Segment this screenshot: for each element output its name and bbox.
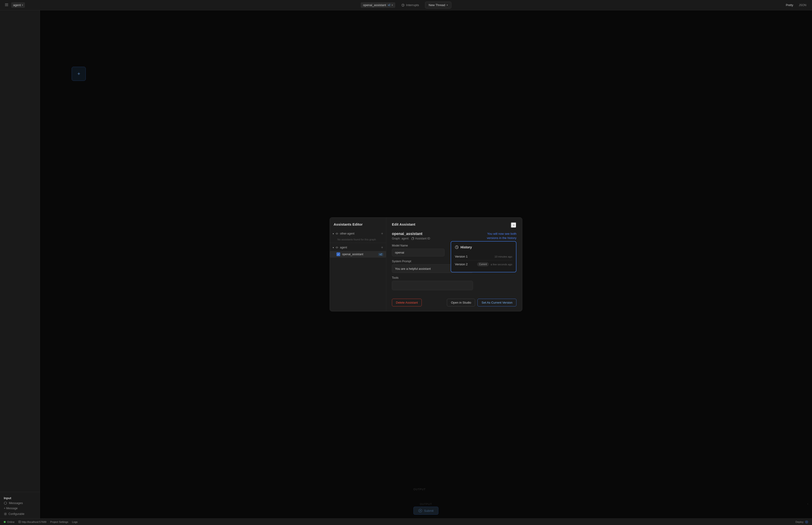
model-name-select[interactable]: openai — [392, 249, 445, 256]
sidebar-toggle-button[interactable] — [4, 2, 10, 8]
modal-footer: Delete Assistant Open in Studio Set As C… — [392, 295, 517, 306]
version2-label: Version 2 — [455, 262, 468, 266]
footer-right: Open in Studio Set As Current Version — [447, 299, 517, 306]
tools-input[interactable] — [392, 281, 473, 290]
tools-label: Tools — [392, 276, 517, 280]
version1-time: 10 minutes ago — [494, 255, 512, 258]
deploy-button[interactable]: Deploy — [796, 520, 808, 524]
openai-assistant-item[interactable]: ✓ openai_assistant v2 — [330, 251, 386, 258]
topbar: agent ▾ openai_assistant v2 ▾ Interrupts… — [0, 0, 812, 10]
svg-point-6 — [5, 513, 6, 515]
svg-point-13 — [806, 522, 807, 522]
main-content: Input Messages + Message Configurable — [0, 10, 812, 519]
assistant-check-icon: ✓ — [336, 252, 340, 256]
assistant-item-version: v2 — [378, 253, 383, 256]
add-message-label: + Message — [4, 507, 18, 510]
other-agent-add-button[interactable]: + — [381, 231, 383, 236]
agent-add-button[interactable]: + — [381, 245, 383, 250]
delete-assistant-button[interactable]: Delete Assistant — [392, 299, 422, 306]
configurable-label: Configurable — [9, 512, 25, 515]
assistant-id-label: Assistant ID — [415, 237, 430, 240]
deploy-label: Deploy — [796, 521, 803, 523]
open-in-studio-button[interactable]: Open in Studio — [447, 299, 475, 306]
history-tooltip-line1: You will now see both — [487, 232, 517, 236]
tools-group: Tools — [392, 276, 517, 290]
online-label: Online — [7, 521, 15, 523]
project-settings-link[interactable]: Project Settings — [50, 521, 68, 523]
topbar-right: Pretty JSON — [784, 3, 808, 8]
svg-rect-2 — [5, 6, 8, 6]
online-dot-icon — [4, 521, 6, 523]
modal-overlay: Assistants Editor ▾ other-agent + — [40, 10, 812, 519]
messages-icon — [4, 501, 7, 505]
localhost-url[interactable]: http://localhost:57689 — [18, 521, 47, 523]
add-message-button[interactable]: + Message — [4, 507, 36, 510]
history-panel: History Version 1 10 minutes ago Version… — [451, 241, 517, 272]
other-agent-group: ▾ other-agent + No assistants found for … — [330, 230, 386, 242]
online-status: Online — [4, 521, 15, 523]
chevron-down-icon: ▾ — [333, 232, 334, 235]
url-label: http://localhost:57689 — [22, 521, 47, 523]
configurable-button[interactable]: Configurable — [4, 512, 36, 515]
interrupts-button[interactable]: Interrupts — [399, 2, 421, 8]
assistant-item-name: openai_assistant — [342, 253, 377, 256]
assistants-editor-modal: Assistants Editor ▾ other-agent + — [330, 217, 522, 311]
modal-right-panel: Edit Assistant ✕ openai_assistant Graph:… — [386, 217, 522, 311]
topbar-left: agent ▾ — [4, 2, 25, 8]
left-sidebar: Input Messages + Message Configurable — [0, 10, 40, 519]
close-modal-button[interactable]: ✕ — [511, 222, 517, 228]
gear-icon — [4, 512, 7, 515]
topbar-center: openai_assistant v2 ▾ Interrupts New Thr… — [361, 2, 451, 9]
version2-time: a few seconds ago — [491, 263, 512, 266]
assistant-selector[interactable]: openai_assistant v2 ▾ — [361, 2, 395, 8]
history-label: History — [460, 245, 472, 249]
other-agent-header[interactable]: ▾ other-agent + — [330, 230, 386, 237]
agent-label: agent — [13, 3, 21, 7]
assistant-label: openai_assistant — [363, 3, 386, 7]
input-section: Input — [4, 495, 36, 501]
history-tooltip: You will now see both versions in the hi… — [487, 232, 517, 240]
pretty-button[interactable]: Pretty — [784, 3, 795, 8]
graph-meta-label: Graph: — [392, 237, 401, 240]
json-button[interactable]: JSON — [797, 3, 808, 8]
set-current-label: Set As Current Version — [481, 301, 512, 304]
svg-rect-9 — [412, 238, 414, 240]
other-agent-header-left: ▾ other-agent — [333, 232, 354, 235]
assistant-caret-icon: ▾ — [392, 4, 393, 6]
version1-label: Version 1 — [455, 255, 468, 258]
status-bar: Online http://localhost:57689 Project Se… — [0, 519, 812, 525]
assistant-id-meta-item[interactable]: Assistant ID — [411, 237, 430, 240]
history-version-2[interactable]: Version 2 Current a few seconds ago — [455, 260, 512, 268]
graph-meta-item: Graph: agent — [392, 237, 409, 240]
interrupts-icon — [401, 3, 404, 7]
history-title: History — [455, 245, 512, 249]
history-version-1[interactable]: Version 1 10 minutes ago — [455, 253, 512, 260]
delete-btn-label: Delete Assistant — [396, 301, 418, 304]
new-thread-caret-icon: ▾ — [447, 4, 448, 6]
other-agent-label: other-agent — [340, 232, 354, 235]
svg-point-4 — [403, 6, 403, 6]
sidebar-bottom: Input Messages + Message Configurable — [0, 492, 40, 519]
history-clock-icon — [455, 245, 459, 249]
agent-selector[interactable]: agent ▾ — [11, 2, 25, 8]
new-thread-button[interactable]: New Thread ▾ — [425, 2, 451, 9]
new-thread-label: New Thread — [429, 3, 445, 7]
history-tooltip-line2: versions in the history — [487, 236, 517, 240]
agent-header[interactable]: ▾ agent + — [330, 244, 386, 251]
modal-left-panel: Assistants Editor ▾ other-agent + — [330, 217, 386, 311]
status-right: Deploy — [796, 520, 808, 524]
set-current-version-button[interactable]: Set As Current Version — [477, 299, 517, 306]
agent-header-left: ▾ agent — [333, 246, 347, 249]
copy-icon — [411, 237, 414, 240]
modal-right-header: Edit Assistant ✕ — [392, 222, 517, 228]
interrupts-label: Interrupts — [406, 3, 419, 7]
link-icon — [18, 521, 21, 523]
close-icon: ✕ — [512, 224, 515, 227]
version2-info: Current a few seconds ago — [477, 262, 512, 266]
logs-link[interactable]: Logs — [72, 521, 78, 523]
other-agent-graph-icon — [335, 232, 339, 235]
input-title: Input — [4, 496, 11, 500]
messages-label: Messages — [9, 501, 23, 505]
current-badge: Current — [477, 262, 489, 266]
graph-meta-value: agent — [401, 237, 409, 240]
